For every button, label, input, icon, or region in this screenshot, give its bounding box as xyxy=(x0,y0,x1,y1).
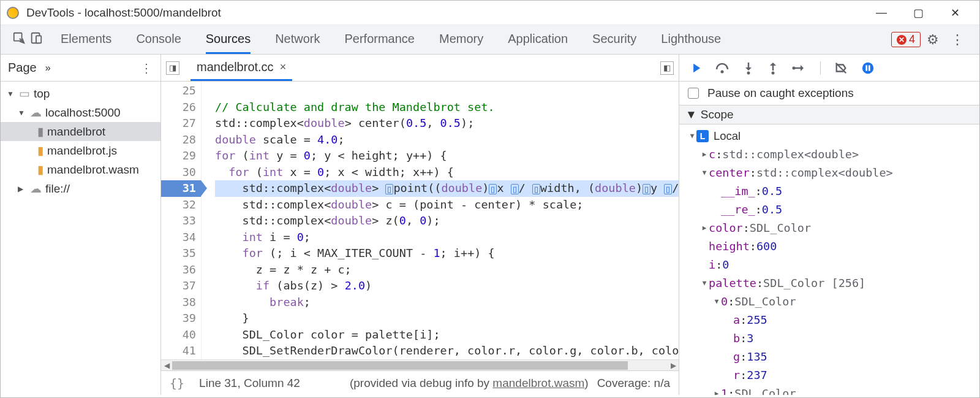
tab-memory[interactable]: Memory xyxy=(439,26,483,54)
close-tab-icon[interactable]: × xyxy=(280,61,287,74)
file-icon: ▮ xyxy=(37,124,43,139)
editor-file-tab[interactable]: mandelbrot.cc × xyxy=(190,55,292,81)
scope-tree[interactable]: ▼L Local ▶c: std::complex<double> ▼cente… xyxy=(679,124,979,395)
tree-top[interactable]: ▼▭ top xyxy=(1,84,160,103)
file-icon: ▮ xyxy=(37,144,43,158)
scope-var-palette-0-b[interactable]: b: 3 xyxy=(679,329,979,348)
tab-lighthouse[interactable]: Lighthouse xyxy=(661,26,721,54)
svg-point-3 xyxy=(721,70,724,73)
scope-section-header[interactable]: ▼Scope xyxy=(679,105,979,124)
source-editor-panel: ◨ mandelbrot.cc × ◧ 25262728293031323334… xyxy=(161,55,679,395)
deactivate-breakpoints-icon[interactable] xyxy=(834,61,848,75)
pause-on-caught-option[interactable]: Pause on caught exceptions xyxy=(679,82,979,105)
line-gutter[interactable]: 2526272829303132333435363738394041424344… xyxy=(161,82,202,359)
folder-icon: ▭ xyxy=(19,86,30,101)
svg-point-7 xyxy=(862,62,873,73)
step-icon[interactable] xyxy=(792,62,807,74)
format-icon[interactable]: {} xyxy=(170,376,184,391)
debugger-toolbar xyxy=(679,55,979,82)
cursor-position: Line 31, Column 42 xyxy=(199,377,300,390)
code-body[interactable]: // Calculate and draw the Mandelbrot set… xyxy=(202,82,679,359)
svg-rect-2 xyxy=(36,36,41,43)
scope-var-palette[interactable]: ▼palette: SDL_Color [256] xyxy=(679,274,979,293)
devtools-favicon xyxy=(7,7,19,19)
navigator-page-tab[interactable]: Page xyxy=(8,61,37,75)
cloud-icon: ☁ xyxy=(30,105,42,120)
tab-console[interactable]: Console xyxy=(136,26,181,54)
code-editor[interactable]: 2526272829303132333435363738394041424344… xyxy=(161,82,679,359)
tree-file-mandelbrot[interactable]: ▮ mandelbrot xyxy=(1,122,160,141)
pause-on-exceptions-icon[interactable] xyxy=(861,61,875,75)
window-title: DevTools - localhost:5000/mandelbrot xyxy=(26,6,221,20)
tree-file-origin[interactable]: ▶☁ file:// xyxy=(1,179,160,198)
scope-var-center-re[interactable]: __re_: 0.5 xyxy=(679,201,979,219)
tab-application[interactable]: Application xyxy=(508,26,568,54)
tree-file-mandelbrot-wasm[interactable]: ▮ mandelbrot.wasm xyxy=(1,160,160,179)
toggle-navigator-icon[interactable]: ◨ xyxy=(166,61,179,75)
tab-elements[interactable]: Elements xyxy=(61,26,111,54)
navigator-menu-icon[interactable]: ⋮ xyxy=(140,61,153,75)
tree-file-mandelbrot-js[interactable]: ▮ mandelbrot.js xyxy=(1,141,160,160)
scope-var-i[interactable]: i: 0 xyxy=(679,256,979,274)
scope-var-c[interactable]: ▶c: std::complex<double> xyxy=(679,145,979,164)
svg-rect-9 xyxy=(869,65,870,71)
scope-var-height[interactable]: height: 600 xyxy=(679,237,979,256)
step-over-icon[interactable] xyxy=(715,62,729,74)
tab-sources[interactable]: Sources xyxy=(206,26,251,54)
checkbox-icon[interactable] xyxy=(688,88,699,99)
error-icon: ✕ xyxy=(897,35,907,45)
editor-h-scrollbar[interactable]: ◀▶ xyxy=(161,359,679,370)
tab-performance[interactable]: Performance xyxy=(345,26,415,54)
scope-var-palette-0-r[interactable]: r: 237 xyxy=(679,366,979,385)
debug-info-source: (provided via debug info by mandelbrot.w… xyxy=(350,377,589,390)
file-tree: ▼▭ top ▼☁ localhost:5000 ▮ mandelbrot ▮ … xyxy=(1,82,160,201)
devtools-tabbar: Elements Console Sources Network Perform… xyxy=(1,25,979,55)
scope-local[interactable]: ▼L Local xyxy=(679,127,979,145)
cloud-icon: ☁ xyxy=(30,182,42,196)
navigator-more-icon[interactable]: » xyxy=(45,63,51,74)
scope-var-palette-0-a[interactable]: a: 255 xyxy=(679,311,979,329)
resume-icon[interactable] xyxy=(688,61,701,75)
local-badge-icon: L xyxy=(696,130,709,142)
scope-var-center[interactable]: ▼center: std::complex<double> xyxy=(679,164,979,182)
svg-rect-8 xyxy=(865,65,867,71)
scope-var-color[interactable]: ▶color: SDL_Color xyxy=(679,219,979,237)
file-icon: ▮ xyxy=(37,163,43,177)
inspect-element-icon[interactable] xyxy=(10,31,28,48)
step-out-icon[interactable] xyxy=(767,61,778,75)
maximize-button[interactable]: ▢ xyxy=(900,1,937,25)
debug-file-link[interactable]: mandelbrot.wasm xyxy=(492,377,584,389)
editor-tabstrip: ◨ mandelbrot.cc × ◧ xyxy=(161,55,679,82)
svg-point-4 xyxy=(747,71,750,74)
scope-var-palette-0[interactable]: ▼0: SDL_Color xyxy=(679,293,979,311)
close-window-button[interactable]: ✕ xyxy=(937,1,973,25)
debugger-panel: Pause on caught exceptions ▼Scope ▼L Loc… xyxy=(679,55,979,395)
editor-statusbar: {} Line 31, Column 42 (provided via debu… xyxy=(161,370,679,395)
scope-var-palette-1[interactable]: ▶1: SDL_Color xyxy=(679,385,979,395)
step-into-icon[interactable] xyxy=(743,61,754,75)
scope-var-center-im[interactable]: __im_: 0.5 xyxy=(679,182,979,201)
coverage-status: Coverage: n/a xyxy=(597,377,670,390)
file-navigator: Page » ⋮ ▼▭ top ▼☁ localhost:5000 ▮ mand… xyxy=(1,55,161,395)
tab-security[interactable]: Security xyxy=(592,26,636,54)
device-toggle-icon[interactable] xyxy=(28,31,45,48)
scope-var-palette-0-g[interactable]: g: 135 xyxy=(679,348,979,366)
settings-icon[interactable]: ⚙ xyxy=(921,32,945,48)
more-menu-icon[interactable]: ⋮ xyxy=(945,32,970,48)
tab-network[interactable]: Network xyxy=(275,26,320,54)
tree-origin[interactable]: ▼☁ localhost:5000 xyxy=(1,103,160,122)
window-titlebar: DevTools - localhost:5000/mandelbrot — ▢… xyxy=(1,1,979,25)
minimize-button[interactable]: — xyxy=(863,1,900,25)
toggle-debugger-icon[interactable]: ◧ xyxy=(660,61,674,75)
svg-point-5 xyxy=(772,71,775,74)
error-count-badge[interactable]: ✕ 4 xyxy=(891,32,921,47)
svg-point-6 xyxy=(793,66,796,69)
